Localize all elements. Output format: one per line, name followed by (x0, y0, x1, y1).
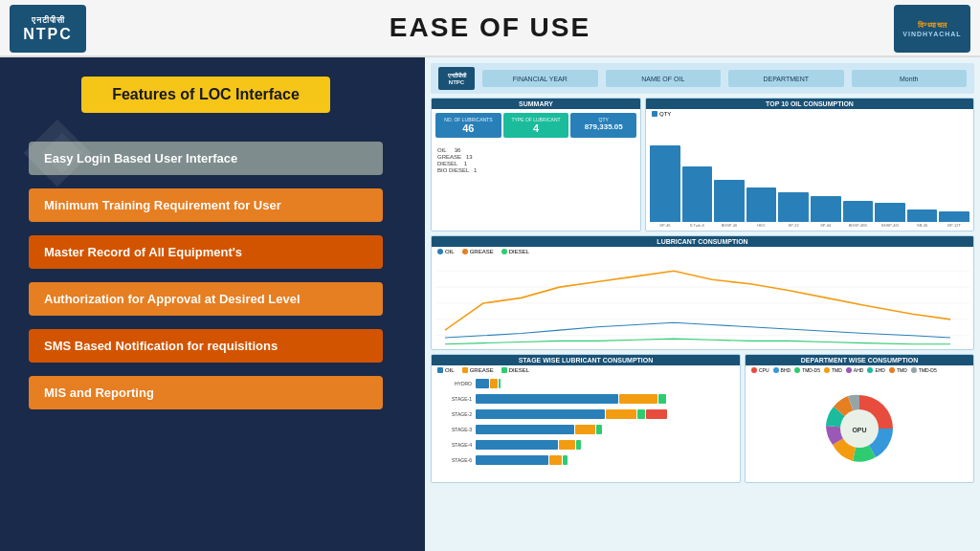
dashboard-row-3: STAGE WISE LUBRICANT CONSUMPTION OIL GRE… (431, 354, 974, 483)
dashboard-row-1: SUMMARY NO. OF LUBRICANTS 46 TYPE OF LUB… (431, 98, 974, 231)
feature-item-3[interactable]: Master Record of All Equipment's (29, 235, 383, 269)
bar-col: BHSP-46S (843, 201, 874, 228)
stacked-row-stage6: STAGE-6 (437, 453, 734, 467)
bar-col: SP-22 (778, 192, 809, 228)
pie-chart-title: DEPARTMENT WISE CONSUMPTION (746, 355, 973, 365)
legend-qty-dot (652, 111, 657, 117)
bar-col: BP-12T (939, 211, 969, 228)
line-chart-widget: LUBRICANT CONSUMPTION OIL GREASE DIESEL (431, 235, 974, 350)
bar-segment (843, 201, 874, 222)
bar-col: S.Turb-6 (682, 166, 713, 228)
summary-card-lubricants: NO. OF LUBRICANTS 46 (435, 113, 501, 138)
pie-chart-inner: OPU (746, 375, 973, 482)
bar-label: SP-22 (789, 223, 799, 228)
stacked-row-stage2: STAGE-2 (437, 408, 734, 421)
filter-month[interactable]: Month (852, 70, 968, 87)
bar-segment (811, 196, 841, 222)
dashboard-filter-bar: एनटीपीसीNTPC FINANCIAL YEAR NAME OF OIL … (431, 63, 974, 94)
bar-segment (746, 187, 777, 222)
bar-label: BHSP-46I (881, 223, 899, 228)
feature-item-5[interactable]: SMS Based Notification for requisitions (29, 329, 383, 363)
page-title: EASE OF USE (390, 12, 590, 43)
logo-vindhyachal: विन्ध्याचल VINDHYACHAL (894, 5, 970, 53)
bar-col: SP-46 (650, 145, 680, 228)
line-chart-inner (432, 256, 973, 350)
feature-item-4[interactable]: Authorization for Approval at Desired Le… (29, 282, 383, 316)
bar-label: S.Turb-6 (690, 223, 704, 228)
logo-ntpc: एनटीपीसी NTPC (10, 5, 86, 53)
bar-col: BHSP-46I (875, 203, 905, 228)
bar-label: BP-12T (947, 223, 961, 228)
bar-col: BHSP-46 (714, 180, 745, 228)
summary-cards: NO. OF LUBRICANTS 46 TYPE OF LUBRICANT 4… (432, 109, 640, 142)
svg-text:OPU: OPU (852, 427, 866, 433)
bar-col: HEC (746, 187, 777, 228)
bar-segment (939, 211, 969, 222)
bar-segment (682, 166, 713, 222)
summary-card-qty: QTY 879,335.05 (570, 113, 636, 138)
pie-chart-widget: DEPARTMENT WISE CONSUMPTION CPU BHD TMD-… (745, 354, 974, 483)
pie-chart-legend: CPU BHD TMD-D5 TMD AHD EHD TMD TMD-D5 (746, 365, 973, 375)
dashboard-panel: एनटीपीसीNTPC FINANCIAL YEAR NAME OF OIL … (425, 57, 980, 551)
line-chart-svg (435, 260, 969, 346)
stacked-row-stage4: STAGE-4 (437, 438, 734, 452)
bar-segment (875, 203, 905, 222)
bar-label: HEC (757, 223, 765, 228)
bar-chart-widget: TOP 10 OIL CONSUMPTION QTY SP-46S.Turb-6… (645, 98, 974, 231)
feature-item-6[interactable]: MIS and Reporting (29, 376, 383, 409)
bar-segment (650, 145, 680, 222)
bar-col: SP-44 (811, 196, 841, 228)
stacked-bars-container: HYDRO STAGE-1 STAGE-2 (432, 375, 740, 471)
logo-ntpc-text: NTPC (23, 26, 73, 43)
stacked-row-hydro: HYDRO (437, 377, 734, 390)
pie-svg: OPU (812, 386, 907, 472)
filter-department[interactable]: DEPARTMENT (728, 70, 844, 87)
filter-oil-name[interactable]: NAME OF OIL (606, 70, 722, 87)
line-chart-title: LUBRICANT CONSUMPTION (432, 236, 973, 247)
bar-segment (778, 192, 809, 222)
stacked-row-stage1: STAGE-1 (437, 392, 734, 406)
bar-label: BHSP-46S (849, 223, 867, 228)
header: एनटीपीसी NTPC EASE OF USE विन्ध्याचल VIN… (0, 0, 980, 57)
bar-label: SP-46 (659, 223, 670, 228)
filter-financial-year[interactable]: FINANCIAL YEAR (482, 70, 598, 87)
features-title-box: Features of LOC Interface (81, 77, 330, 113)
bar-segment (714, 180, 745, 222)
summary-title: SUMMARY (432, 99, 640, 109)
bar-col: SB-46 (907, 209, 938, 228)
summary-widget: SUMMARY NO. OF LUBRICANTS 46 TYPE OF LUB… (431, 98, 641, 231)
feature-item-2[interactable]: Minimum Training Requirement for User (29, 188, 383, 222)
summary-legend: OIL 36 GREASE 13 DIESEL 1 BIO DIESEL 1 (432, 145, 640, 176)
bar-segment (907, 209, 938, 222)
left-panel: Features of LOC Interface Easy Login Bas… (0, 57, 412, 551)
bar-chart-title: TOP 10 OIL CONSUMPTION (646, 99, 973, 109)
bar-chart-inner: SP-46S.Turb-6BHSP-46HECSP-22SP-44BHSP-46… (646, 119, 973, 231)
stacked-row-stage3: STAGE-3 (437, 423, 734, 436)
logo-hindi-text: एनटीपीसी (32, 15, 65, 26)
bar-label: SB-46 (917, 223, 927, 228)
stacked-bar-widget: STAGE WISE LUBRICANT CONSUMPTION OIL GRE… (431, 354, 741, 483)
line-chart-legend: OIL GREASE DIESEL (432, 247, 973, 256)
bar-label: SP-44 (820, 223, 831, 228)
stacked-legend: OIL GREASE DIESEL (432, 365, 740, 375)
bar-chart-legend: QTY (646, 109, 973, 119)
summary-card-types: TYPE OF LUBRICANT 4 (503, 113, 569, 138)
bar-label: BHSP-46 (722, 223, 738, 228)
dashboard-logo: एनटीपीसीNTPC (438, 67, 475, 90)
stacked-bar-title: STAGE WISE LUBRICANT CONSUMPTION (432, 355, 740, 365)
